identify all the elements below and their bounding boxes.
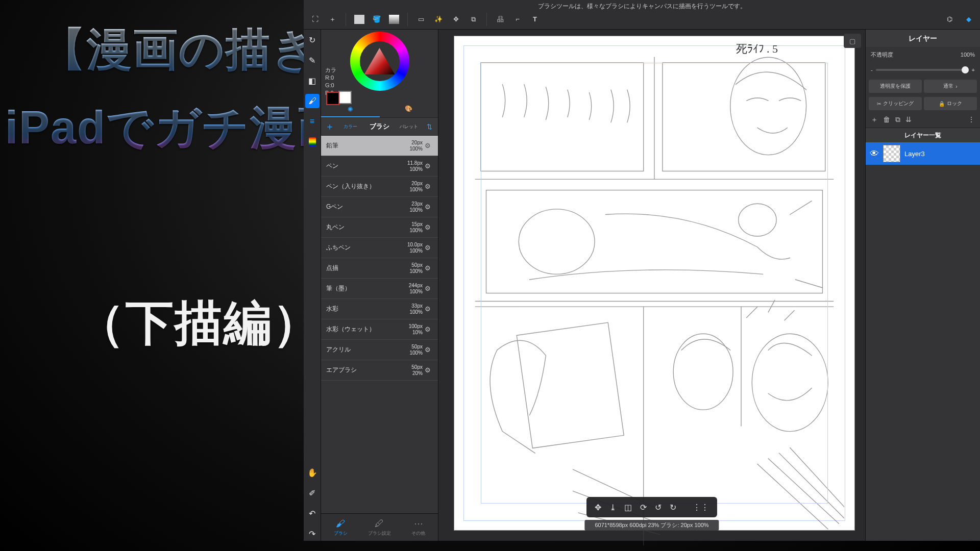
gear-icon[interactable]: ⚙ bbox=[423, 346, 433, 354]
brush-name: 鉛筆 bbox=[326, 141, 392, 150]
add-brush-button[interactable]: ＋ bbox=[321, 120, 338, 133]
layer-menu-button[interactable]: ⋮ bbox=[968, 115, 975, 124]
brush-item[interactable]: 水彩33px100%⚙ bbox=[321, 299, 438, 319]
add-layer-button[interactable]: ＋ bbox=[871, 115, 878, 124]
layer-item[interactable]: 👁 Layer3 bbox=[866, 142, 980, 165]
gear-icon[interactable]: ⚙ bbox=[423, 285, 433, 292]
gear-icon[interactable]: ⚙ bbox=[423, 305, 433, 313]
left-tool-strip: ↻ ✎ ◧ 🖌 ≡ ✋ ✐ ↶ ↷ bbox=[304, 0, 321, 541]
svg-point-14 bbox=[752, 334, 828, 431]
brush-panel-footer: 🖌ブラシ 🖊ブラシ設定 ⋯その他 bbox=[321, 513, 438, 541]
gear-icon[interactable]: ⚙ bbox=[423, 366, 433, 374]
brush-item[interactable]: 丸ペン15px100%⚙ bbox=[321, 217, 438, 238]
gear-icon[interactable]: ⚙ bbox=[423, 264, 433, 272]
tool-deselect-icon[interactable]: ◫ bbox=[624, 503, 632, 512]
brush-item[interactable]: Gペン23px100%⚙ bbox=[321, 197, 438, 217]
visibility-icon[interactable]: 👁 bbox=[870, 148, 879, 159]
canvas-area[interactable]: ▢ 死ﾗｲﾌ . 5 bbox=[438, 0, 865, 541]
materials-icon[interactable]: ⌬ bbox=[943, 13, 955, 26]
eyedropper-tool-icon[interactable]: ✐ bbox=[305, 486, 320, 500]
tool-grid-icon[interactable]: ⋮⋮ bbox=[693, 503, 709, 512]
tool-rotate-left-icon[interactable]: ↺ bbox=[655, 503, 662, 512]
wand-icon[interactable]: ✨ bbox=[432, 13, 445, 26]
layer-list-title: レイヤー一覧 bbox=[866, 128, 980, 142]
brush-name: アクリル bbox=[326, 345, 392, 354]
svg-rect-6 bbox=[481, 63, 644, 171]
brush-name: Gペン bbox=[326, 203, 392, 211]
brush-values: 20px100% bbox=[392, 181, 423, 193]
hand-tool-icon[interactable]: ✋ bbox=[305, 465, 320, 480]
tool-move-icon[interactable]: ✥ bbox=[595, 503, 601, 512]
delete-layer-button[interactable]: 🗑 bbox=[883, 115, 890, 124]
svg-rect-9 bbox=[486, 190, 823, 293]
gear-icon[interactable]: ⚙ bbox=[423, 325, 433, 333]
brush-item[interactable]: ペン（入り抜き）20px100%⚙ bbox=[321, 177, 438, 197]
list-tool-icon[interactable]: ≡ bbox=[305, 114, 320, 129]
fullscreen-icon[interactable]: ⛶ bbox=[309, 13, 321, 26]
layers-icon[interactable]: ◆ bbox=[963, 13, 975, 26]
add-icon[interactable]: ＋ bbox=[326, 13, 338, 26]
footer-tab-other[interactable]: ⋯その他 bbox=[399, 514, 438, 541]
foreground-swatch[interactable] bbox=[353, 13, 365, 26]
brush-item[interactable]: 鉛筆20px100%⚙ bbox=[321, 136, 438, 156]
floating-canvas-toolbar: ✥ ⤓ ◫ ⟳ ↺ ↻ ⋮⋮ bbox=[586, 497, 717, 517]
brush-values: 20px100% bbox=[392, 140, 423, 152]
transform-icon[interactable]: ✥ bbox=[450, 13, 462, 26]
brush-item[interactable]: 点描50px100%⚙ bbox=[321, 258, 438, 279]
text-tool-icon[interactable]: T bbox=[529, 13, 541, 26]
gear-icon[interactable]: ⚙ bbox=[423, 223, 433, 231]
redo-icon[interactable]: ↷ bbox=[305, 527, 320, 541]
tab-palette[interactable]: 🎨パレット bbox=[380, 100, 438, 117]
opacity-row[interactable]: 不透明度 100% bbox=[866, 47, 980, 62]
duplicate-layer-button[interactable]: ⧉ bbox=[895, 115, 900, 124]
gear-icon[interactable]: ⚙ bbox=[423, 183, 433, 190]
brush-name: ペン bbox=[326, 162, 392, 170]
brush-item[interactable]: アクリル50px100%⚙ bbox=[321, 340, 438, 360]
gear-icon[interactable]: ⚙ bbox=[423, 162, 433, 170]
manga-page[interactable]: 死ﾗｲﾌ . 5 bbox=[454, 36, 855, 531]
canvas-status-bar: 6071*8598px 600dpi 23% ブラシ: 20px 100% bbox=[584, 520, 719, 531]
tooltip-hint: ブラシツールは、様々なブラシによりキャンパスに描画を行うツールです。 bbox=[304, 2, 980, 11]
brush-item[interactable]: 筆（墨）244px100%⚙ bbox=[321, 279, 438, 299]
gradient-swatch[interactable] bbox=[388, 13, 400, 26]
brush-values: 23px100% bbox=[392, 201, 423, 213]
brush-name: ふちペン bbox=[326, 243, 392, 252]
opacity-slider[interactable]: -+ bbox=[866, 62, 980, 78]
lock-button[interactable]: 🔒 ロック bbox=[924, 97, 977, 110]
tool-reset-rotate-icon[interactable]: ⟳ bbox=[640, 503, 647, 512]
navigator-button[interactable]: ▢ bbox=[844, 34, 861, 48]
brush-item[interactable]: 水彩（ウェット）100px10%⚙ bbox=[321, 319, 438, 340]
brush-values: 50px100% bbox=[392, 262, 423, 274]
color-wheel[interactable] bbox=[321, 31, 438, 92]
clipping-button[interactable]: ✂ クリッピング bbox=[869, 97, 922, 110]
footer-tab-settings[interactable]: 🖊ブラシ設定 bbox=[360, 514, 399, 541]
crop-icon[interactable]: ⧉ bbox=[467, 13, 479, 26]
merge-layer-button[interactable]: ⇊ bbox=[905, 115, 912, 124]
tool-rotate-right-icon[interactable]: ↻ bbox=[670, 503, 676, 512]
brush-item[interactable]: エアブラシ50px20%⚙ bbox=[321, 360, 438, 381]
bucket-icon[interactable]: 🪣 bbox=[371, 13, 383, 26]
undo-icon[interactable]: ↶ bbox=[305, 506, 320, 520]
blend-mode-button[interactable]: 通常 › bbox=[924, 80, 977, 93]
brush-tool-icon[interactable]: 🖌 bbox=[305, 94, 320, 108]
gear-icon[interactable]: ⚙ bbox=[423, 244, 433, 252]
rotate-tool-icon[interactable]: ↻ bbox=[305, 33, 320, 47]
brush-item[interactable]: ふちペン10.0px100%⚙ bbox=[321, 238, 438, 258]
pencil-tool-icon[interactable]: ✎ bbox=[305, 53, 320, 67]
gear-icon[interactable]: ⚙ bbox=[423, 142, 433, 149]
protect-alpha-button[interactable]: 透明度を保護 bbox=[869, 80, 922, 93]
svg-point-11 bbox=[739, 204, 776, 236]
select-rect-icon[interactable]: ▭ bbox=[415, 13, 427, 26]
tone-tool-icon[interactable]: ◧ bbox=[305, 73, 320, 88]
color-tool-icon[interactable] bbox=[305, 135, 320, 149]
panel-icon[interactable]: 品 bbox=[494, 13, 506, 26]
brush-values: 50px20% bbox=[392, 364, 423, 377]
svg-rect-7 bbox=[663, 63, 825, 171]
footer-tab-brush[interactable]: 🖌ブラシ bbox=[321, 514, 360, 541]
sort-brush-button[interactable]: ⇅ bbox=[421, 123, 438, 131]
gear-icon[interactable]: ⚙ bbox=[423, 203, 433, 211]
tool-import-icon[interactable]: ⤓ bbox=[609, 503, 616, 512]
overlay-title-line3: （下描編） bbox=[77, 291, 322, 356]
ruler-icon[interactable]: ⌐ bbox=[511, 13, 524, 26]
brush-item[interactable]: ペン11.8px100%⚙ bbox=[321, 156, 438, 177]
